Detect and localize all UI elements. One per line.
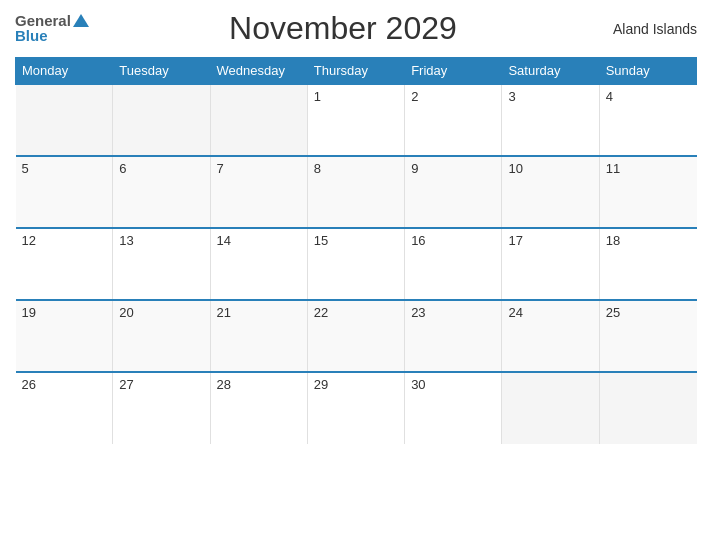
calendar-day-cell (502, 372, 599, 444)
calendar-header-row: MondayTuesdayWednesdayThursdayFridaySatu… (16, 58, 697, 85)
weekday-header-sunday: Sunday (599, 58, 696, 85)
calendar-day-cell: 12 (16, 228, 113, 300)
calendar-day-cell: 16 (405, 228, 502, 300)
calendar-container: General Blue November 2029 Aland Islands… (0, 0, 712, 550)
day-number: 23 (411, 305, 425, 320)
day-number: 22 (314, 305, 328, 320)
calendar-body: 1234567891011121314151617181920212223242… (16, 84, 697, 444)
calendar-day-cell: 6 (113, 156, 210, 228)
day-number: 7 (217, 161, 224, 176)
day-number: 13 (119, 233, 133, 248)
day-number: 5 (22, 161, 29, 176)
calendar-day-cell: 25 (599, 300, 696, 372)
weekday-header-thursday: Thursday (307, 58, 404, 85)
day-number: 26 (22, 377, 36, 392)
day-number: 8 (314, 161, 321, 176)
day-number: 30 (411, 377, 425, 392)
calendar-day-cell: 20 (113, 300, 210, 372)
day-number: 21 (217, 305, 231, 320)
calendar-week-2: 567891011 (16, 156, 697, 228)
month-title: November 2029 (89, 10, 597, 47)
day-number: 17 (508, 233, 522, 248)
calendar-day-cell: 14 (210, 228, 307, 300)
calendar-day-cell: 28 (210, 372, 307, 444)
calendar-day-cell (210, 84, 307, 156)
calendar-day-cell (599, 372, 696, 444)
day-number: 27 (119, 377, 133, 392)
day-number: 14 (217, 233, 231, 248)
day-number: 25 (606, 305, 620, 320)
day-number: 3 (508, 89, 515, 104)
calendar-week-4: 19202122232425 (16, 300, 697, 372)
calendar-day-cell: 5 (16, 156, 113, 228)
calendar-day-cell: 9 (405, 156, 502, 228)
calendar-week-5: 2627282930 (16, 372, 697, 444)
calendar-week-3: 12131415161718 (16, 228, 697, 300)
calendar-day-cell: 2 (405, 84, 502, 156)
calendar-day-cell: 4 (599, 84, 696, 156)
weekday-header-wednesday: Wednesday (210, 58, 307, 85)
calendar-day-cell: 7 (210, 156, 307, 228)
day-number: 12 (22, 233, 36, 248)
day-number: 28 (217, 377, 231, 392)
calendar-day-cell: 13 (113, 228, 210, 300)
calendar-day-cell: 18 (599, 228, 696, 300)
weekday-header-tuesday: Tuesday (113, 58, 210, 85)
calendar-day-cell: 24 (502, 300, 599, 372)
weekday-header-saturday: Saturday (502, 58, 599, 85)
calendar-header: General Blue November 2029 Aland Islands (15, 10, 697, 47)
calendar-day-cell (113, 84, 210, 156)
calendar-day-cell: 27 (113, 372, 210, 444)
logo-blue-text: Blue (15, 27, 48, 44)
logo-triangle-icon (73, 14, 89, 27)
calendar-day-cell: 17 (502, 228, 599, 300)
day-number: 19 (22, 305, 36, 320)
calendar-day-cell: 29 (307, 372, 404, 444)
calendar-day-cell: 11 (599, 156, 696, 228)
day-number: 9 (411, 161, 418, 176)
day-number: 11 (606, 161, 620, 176)
weekday-header-monday: Monday (16, 58, 113, 85)
calendar-day-cell: 1 (307, 84, 404, 156)
day-number: 1 (314, 89, 321, 104)
day-number: 4 (606, 89, 613, 104)
weekday-header-row: MondayTuesdayWednesdayThursdayFridaySatu… (16, 58, 697, 85)
region-label: Aland Islands (597, 21, 697, 37)
calendar-table: MondayTuesdayWednesdayThursdayFridaySatu… (15, 57, 697, 444)
day-number: 16 (411, 233, 425, 248)
day-number: 18 (606, 233, 620, 248)
calendar-day-cell: 3 (502, 84, 599, 156)
calendar-day-cell: 26 (16, 372, 113, 444)
calendar-day-cell: 10 (502, 156, 599, 228)
day-number: 15 (314, 233, 328, 248)
logo: General Blue (15, 13, 89, 44)
calendar-day-cell: 21 (210, 300, 307, 372)
day-number: 29 (314, 377, 328, 392)
calendar-day-cell: 30 (405, 372, 502, 444)
day-number: 10 (508, 161, 522, 176)
day-number: 6 (119, 161, 126, 176)
logo-general-text: General (15, 13, 71, 28)
day-number: 24 (508, 305, 522, 320)
calendar-day-cell: 19 (16, 300, 113, 372)
calendar-day-cell: 22 (307, 300, 404, 372)
day-number: 2 (411, 89, 418, 104)
calendar-day-cell: 8 (307, 156, 404, 228)
calendar-week-1: 1234 (16, 84, 697, 156)
calendar-day-cell: 15 (307, 228, 404, 300)
day-number: 20 (119, 305, 133, 320)
weekday-header-friday: Friday (405, 58, 502, 85)
calendar-day-cell: 23 (405, 300, 502, 372)
calendar-day-cell (16, 84, 113, 156)
